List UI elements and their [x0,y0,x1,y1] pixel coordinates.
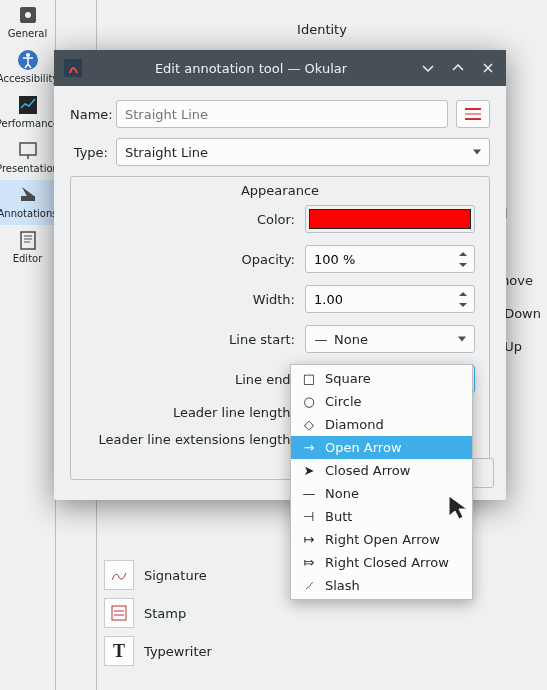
dropdown-item[interactable]: □Square [291,367,472,390]
type-select[interactable]: Straight Line [116,138,490,166]
dropdown-item-label: Butt [325,509,352,524]
dropdown-item[interactable]: ⟋Slash [291,574,472,597]
sidebar-item-performance[interactable]: Performance [0,90,55,135]
line-end-glyph-icon: ○ [301,394,317,409]
line-end-glyph-icon: ➤ [301,463,317,478]
line-end-glyph-icon: ↦ [301,532,317,547]
line-end-glyph-icon: ⤇ [301,555,317,570]
color-swatch-inner [309,209,471,229]
opacity-spinbox[interactable] [305,245,475,273]
dialog-titlebar[interactable]: Edit annotation tool — Okular [54,50,506,86]
spin-down-icon[interactable] [459,263,467,267]
svg-point-1 [25,12,31,18]
list-item[interactable]: T Typewriter [104,632,212,670]
name-label: Name: [70,107,116,122]
settings-sidebar: General Accessibility Performance Presen… [0,0,56,690]
none-icon: — [314,332,328,347]
dropdown-item-label: None [325,486,359,501]
svg-point-3 [26,53,30,57]
performance-icon [17,94,39,116]
okular-app-icon [64,59,82,77]
color-picker[interactable] [305,205,475,233]
line-end-glyph-icon: □ [301,371,317,386]
dropdown-item[interactable]: ➤Closed Arrow [291,459,472,482]
dropdown-item-label: Open Arrow [325,440,402,455]
spin-down-icon[interactable] [459,303,467,307]
leader-ext-label: Leader line extensions length: [85,432,305,447]
width-label: Width: [85,292,305,307]
list-item[interactable]: Stamp [104,594,212,632]
dropdown-item-label: Circle [325,394,362,409]
dropdown-item-label: Right Closed Arrow [325,555,449,570]
sidebar-label: General [8,28,47,39]
line-end-glyph-icon: — [301,486,317,501]
sidebar-label: Presentation [0,163,59,174]
width-spinbox[interactable] [305,285,475,313]
dropdown-item-label: Closed Arrow [325,463,410,478]
spin-up-icon[interactable] [459,252,467,256]
line-end-glyph-icon: ◇ [301,417,317,432]
dialog-title: Edit annotation tool — Okular [92,61,410,76]
spin-up-icon[interactable] [459,292,467,296]
type-label: Type: [70,145,116,160]
line-start-label: Line start: [85,332,305,347]
dropdown-item-label: Diamond [325,417,384,432]
sidebar-item-general[interactable]: General [0,0,55,45]
accessibility-icon [17,49,39,71]
line-end-glyph-icon: → [301,440,317,455]
sidebar-label: Performance [0,118,59,129]
line-start-combo[interactable]: — None [305,325,475,353]
svg-rect-12 [112,606,126,620]
sidebar-label: Accessibility [0,73,58,84]
dropdown-item[interactable]: ⊣Butt [291,505,472,528]
dropdown-item[interactable]: ↦Right Open Arrow [291,528,472,551]
sidebar-item-presentation[interactable]: Presentation [0,135,55,180]
line-end-label: Line end: [85,372,305,387]
signature-icon [104,560,134,590]
dropdown-item[interactable]: ○Circle [291,390,472,413]
presentation-icon [17,139,39,161]
appearance-title: Appearance [235,183,325,198]
list-item[interactable]: Signature [104,556,212,594]
line-end-glyph-icon: ⟋ [301,578,317,593]
line-end-dropdown: □Square○Circle◇Diamond→Open Arrow➤Closed… [290,364,473,600]
annotation-type-list: Signature Stamp T Typewriter [104,556,212,670]
svg-rect-8 [21,232,35,249]
dropdown-item[interactable]: ◇Diamond [291,413,472,436]
sidebar-item-accessibility[interactable]: Accessibility [0,45,55,90]
sidebar-label: Editor [13,253,43,264]
svg-rect-5 [20,143,36,155]
name-input[interactable] [116,100,448,128]
leader-length-label: Leader line length: [85,405,305,420]
stamp-icon [104,598,134,628]
general-icon [17,4,39,26]
tool-preview-icon [456,100,490,128]
bg-section-header: Identity [107,10,537,53]
sidebar-item-editor[interactable]: Editor [0,225,55,270]
sidebar-item-annotations[interactable]: Annotations [0,180,55,225]
dropdown-item[interactable]: →Open Arrow [291,436,472,459]
color-label: Color: [85,212,305,227]
dropdown-item[interactable]: —None [291,482,472,505]
editor-icon [17,229,39,251]
typewriter-icon: T [104,636,134,666]
line-end-glyph-icon: ⊣ [301,509,317,524]
opacity-label: Opacity: [85,252,305,267]
minimize-button[interactable] [420,60,436,76]
annotations-icon [17,184,39,206]
maximize-button[interactable] [450,60,466,76]
dropdown-item[interactable]: ⤇Right Closed Arrow [291,551,472,574]
dropdown-item-label: Slash [325,578,360,593]
sidebar-label: Annotations [0,208,58,219]
dropdown-item-label: Square [325,371,371,386]
close-button[interactable] [480,60,496,76]
dropdown-item-label: Right Open Arrow [325,532,440,547]
